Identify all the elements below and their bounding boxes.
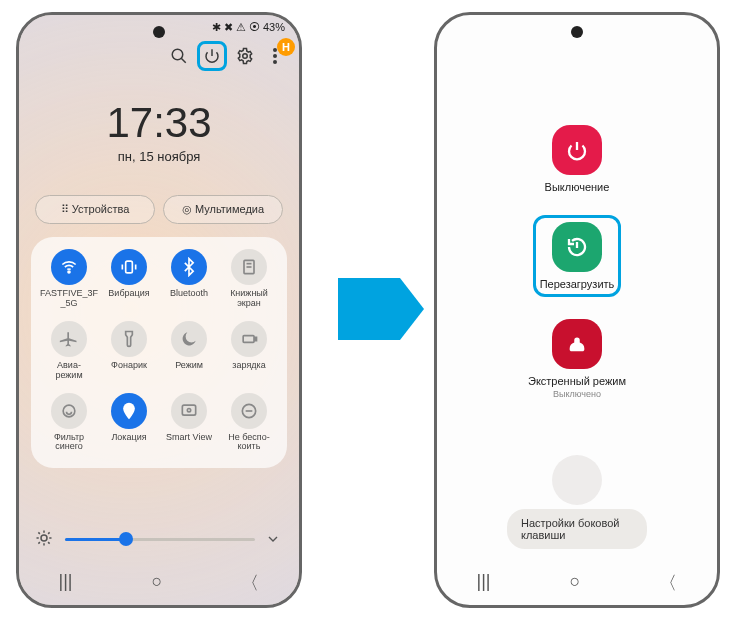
power-off-label: Выключение — [545, 181, 610, 193]
svg-rect-7 — [126, 261, 133, 273]
nav-bar: ||| ○ 〈 — [19, 571, 299, 595]
svg-rect-13 — [243, 335, 254, 342]
brightness-icon — [35, 529, 55, 549]
qs-tile-label: Фильтр синего — [54, 433, 84, 453]
qs-tile-battery[interactable]: зарядка — [219, 321, 279, 381]
clock-block: 17:33 пн, 15 ноября — [19, 99, 299, 164]
restart-highlight: Перезагрузить — [533, 215, 622, 297]
svg-point-5 — [273, 60, 277, 64]
restart-button[interactable]: Перезагрузить — [540, 222, 615, 290]
brightness-slider[interactable] — [35, 529, 283, 549]
nav-home[interactable]: ○ — [152, 571, 163, 595]
svg-rect-17 — [182, 405, 195, 415]
vibrate-icon — [111, 249, 147, 285]
qs-tile-bluetooth[interactable]: Bluetooth — [159, 249, 219, 309]
status-indicators: ✱ ✖ ⚠ ⦿ 43% — [212, 21, 285, 34]
qs-tile-label: FASTFIVE_3F _5G — [40, 289, 98, 309]
side-key-settings[interactable]: Настройки боковой клавиши — [507, 509, 647, 549]
svg-line-27 — [48, 542, 50, 544]
qs-tile-torch[interactable]: Фонарик — [99, 321, 159, 381]
qs-tile-label: Bluetooth — [170, 289, 208, 299]
nav-home[interactable]: ○ — [570, 571, 581, 595]
svg-point-0 — [172, 49, 183, 60]
svg-point-2 — [243, 54, 248, 59]
svg-line-28 — [38, 542, 40, 544]
nav-back[interactable]: 〈 — [659, 571, 677, 595]
torch-icon — [111, 321, 147, 357]
qs-tile-vibrate[interactable]: Вибрация — [99, 249, 159, 309]
media-chip[interactable]: ◎ Мультимедиа — [163, 195, 283, 224]
front-camera — [571, 26, 583, 38]
qs-tile-cast[interactable]: Smart View — [159, 393, 219, 453]
dnd-icon — [231, 393, 267, 429]
notification-badge: H — [277, 38, 295, 56]
nav-back[interactable]: 〈 — [241, 571, 259, 595]
plane-icon — [51, 321, 87, 357]
qs-tile-eye[interactable]: Фильтр синего — [39, 393, 99, 453]
search-icon[interactable] — [167, 44, 191, 68]
nav-recents[interactable]: ||| — [477, 571, 491, 595]
chevron-down-icon[interactable] — [265, 531, 283, 547]
power-icon[interactable] — [197, 41, 227, 71]
qs-tile-label: Не беспо- коить — [228, 433, 269, 453]
qs-tile-label: зарядка — [232, 361, 265, 371]
bixby-circle[interactable] — [552, 455, 602, 505]
emergency-sublabel: Выключено — [553, 389, 601, 399]
quick-tiles-grid: FASTFIVE_3F _5GВибрацияBluetoothКнижный … — [31, 237, 287, 468]
restart-icon — [552, 222, 602, 272]
gear-icon[interactable] — [233, 44, 257, 68]
battery-icon — [231, 321, 267, 357]
clock-time: 17:33 — [19, 99, 299, 147]
qs-tile-book[interactable]: Книжный экран — [219, 249, 279, 309]
brightness-track[interactable] — [65, 538, 255, 541]
svg-point-16 — [127, 406, 131, 410]
svg-point-18 — [187, 408, 190, 411]
svg-line-26 — [38, 532, 40, 534]
svg-point-4 — [273, 54, 277, 58]
qs-tile-label: Фонарик — [111, 361, 147, 371]
qs-tile-label: Вибрация — [108, 289, 149, 299]
clock-date: пн, 15 ноября — [19, 149, 299, 164]
brightness-thumb[interactable] — [119, 532, 133, 546]
phone-quick-settings: ✱ ✖ ⚠ ⦿ 43% H 17:33 пн, 15 ноября ⠿ Устр… — [16, 12, 302, 608]
cast-icon — [171, 393, 207, 429]
nav-recents[interactable]: ||| — [59, 571, 73, 595]
front-camera — [153, 26, 165, 38]
bluetooth-icon — [171, 249, 207, 285]
qs-tile-plane[interactable]: Авиа- режим — [39, 321, 99, 381]
qs-tile-moon[interactable]: Режим — [159, 321, 219, 381]
svg-rect-14 — [255, 337, 257, 340]
qs-tile-dnd[interactable]: Не беспо- коить — [219, 393, 279, 453]
power-off-button[interactable]: Выключение — [545, 125, 610, 193]
status-bar: ✱ ✖ ⚠ ⦿ 43% — [212, 21, 285, 34]
nav-bar: ||| ○ 〈 — [437, 571, 717, 595]
svg-line-1 — [181, 58, 186, 63]
step-arrow — [338, 278, 400, 340]
qs-tile-label: Режим — [175, 361, 203, 371]
emergency-icon — [552, 319, 602, 369]
devices-chip[interactable]: ⠿ Устройства — [35, 195, 155, 224]
book-icon — [231, 249, 267, 285]
wifi-icon — [51, 249, 87, 285]
eye-icon — [51, 393, 87, 429]
svg-point-21 — [41, 535, 47, 541]
qs-tile-label: Локация — [111, 433, 146, 443]
power-off-icon — [552, 125, 602, 175]
svg-point-6 — [68, 271, 70, 273]
emergency-button[interactable]: Экстренный режим Выключено — [528, 319, 626, 399]
qs-tile-label: Книжный экран — [230, 289, 268, 309]
device-media-chips: ⠿ Устройства ◎ Мультимедиа — [35, 195, 283, 224]
qs-tile-wifi[interactable]: FASTFIVE_3F _5G — [39, 249, 99, 309]
qs-tile-label: Smart View — [166, 433, 212, 443]
qs-tile-label: Авиа- режим — [55, 361, 82, 381]
svg-line-29 — [48, 532, 50, 534]
power-options: Выключение Перезагрузить Экстренный режи… — [437, 125, 717, 399]
moon-icon — [171, 321, 207, 357]
qs-tile-location[interactable]: Локация — [99, 393, 159, 453]
panel-toolbar: H — [167, 41, 287, 71]
emergency-label: Экстренный режим — [528, 375, 626, 387]
location-icon — [111, 393, 147, 429]
restart-label: Перезагрузить — [540, 278, 615, 290]
more-icon[interactable]: H — [263, 44, 287, 68]
phone-power-menu: Выключение Перезагрузить Экстренный режи… — [434, 12, 720, 608]
